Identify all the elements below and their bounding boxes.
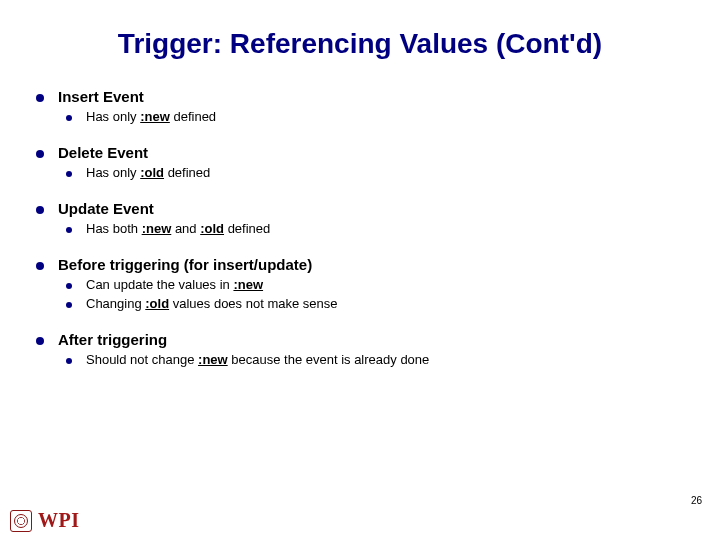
section-delete-event: Delete Event Has only :old defined	[36, 144, 686, 180]
bullet-icon	[66, 283, 72, 289]
section-before-triggering: Before triggering (for insert/update) Ca…	[36, 256, 686, 311]
section-update-event: Update Event Has both :new and :old defi…	[36, 200, 686, 236]
list-item: Delete Event	[36, 144, 686, 161]
sub-text: Has both :new and :old defined	[86, 221, 270, 236]
bullet-icon	[36, 150, 44, 158]
list-item: Has only :new defined	[66, 109, 686, 124]
list-item: Before triggering (for insert/update)	[36, 256, 686, 273]
bullet-icon	[66, 171, 72, 177]
sub-text: Should not change :new because the event…	[86, 352, 429, 367]
slide-content: Insert Event Has only :new defined Delet…	[36, 88, 686, 383]
section-after-triggering: After triggering Should not change :new …	[36, 331, 686, 367]
heading-text: Delete Event	[58, 144, 148, 161]
list-item: Has only :old defined	[66, 165, 686, 180]
bullet-icon	[66, 227, 72, 233]
sub-text: Has only :new defined	[86, 109, 216, 124]
sub-text: Changing :old values does not make sense	[86, 296, 338, 311]
wpi-seal-inner-icon	[14, 514, 28, 528]
list-item: Update Event	[36, 200, 686, 217]
section-insert-event: Insert Event Has only :new defined	[36, 88, 686, 124]
slide-title: Trigger: Referencing Values (Cont'd)	[0, 28, 720, 60]
bullet-icon	[66, 115, 72, 121]
sub-text: Can update the values in :new	[86, 277, 263, 292]
bullet-icon	[36, 337, 44, 345]
list-item: Has both :new and :old defined	[66, 221, 686, 236]
bullet-icon	[36, 262, 44, 270]
wpi-logo: WPI	[10, 509, 80, 532]
wpi-seal-icon	[10, 510, 32, 532]
heading-text: After triggering	[58, 331, 167, 348]
sub-text: Has only :old defined	[86, 165, 210, 180]
heading-text: Before triggering (for insert/update)	[58, 256, 312, 273]
bullet-icon	[36, 206, 44, 214]
list-item: After triggering	[36, 331, 686, 348]
list-item: Changing :old values does not make sense	[66, 296, 686, 311]
wpi-logo-text: WPI	[38, 509, 80, 532]
list-item: Insert Event	[36, 88, 686, 105]
heading-text: Update Event	[58, 200, 154, 217]
bullet-icon	[66, 358, 72, 364]
bullet-icon	[66, 302, 72, 308]
list-item: Should not change :new because the event…	[66, 352, 686, 367]
page-number: 26	[691, 495, 702, 506]
bullet-icon	[36, 94, 44, 102]
list-item: Can update the values in :new	[66, 277, 686, 292]
heading-text: Insert Event	[58, 88, 144, 105]
